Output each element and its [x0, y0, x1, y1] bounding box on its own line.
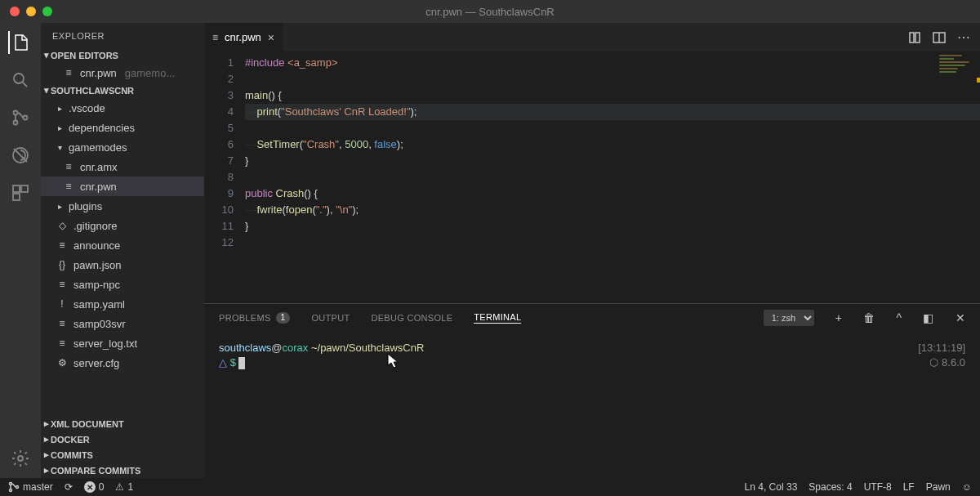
- debug-console-tab[interactable]: DEBUG CONSOLE: [371, 313, 452, 323]
- problems-count-badge: 1: [276, 312, 291, 324]
- settings-gear-icon[interactable]: [9, 447, 32, 470]
- file-icon: ≡: [56, 279, 69, 290]
- file-samp-yaml[interactable]: !samp.yaml: [41, 294, 204, 314]
- extensions-icon[interactable]: [9, 181, 32, 204]
- terminal-tab[interactable]: TERMINAL: [474, 312, 521, 324]
- svg-rect-10: [915, 33, 920, 42]
- fullscreen-window-button[interactable]: [42, 7, 52, 16]
- split-editor-icon[interactable]: [933, 31, 946, 44]
- code-line-6[interactable]: ····SetTimer("Crash", 5000, false);: [245, 136, 980, 153]
- item-label: samp.yaml: [74, 298, 125, 311]
- file-pawn-json[interactable]: {}pawn.json: [41, 255, 204, 275]
- open-editors-section[interactable]: ▾OPEN EDITORS: [41, 47, 204, 63]
- code-line-8[interactable]: [245, 169, 980, 185]
- folder-gamemodes[interactable]: ▾gamemodes: [41, 137, 204, 157]
- svg-point-2: [14, 121, 18, 125]
- more-actions-icon[interactable]: ⋯: [957, 29, 970, 45]
- code-line-3[interactable]: main() {: [245, 87, 980, 104]
- warnings-indicator[interactable]: ⚠1: [115, 481, 133, 493]
- kill-terminal-icon[interactable]: 🗑: [863, 311, 875, 324]
- file-server-cfg[interactable]: ⚙server.cfg: [41, 353, 204, 373]
- tab-cnr-pwn[interactable]: ≡ cnr.pwn ×: [204, 23, 283, 51]
- debug-icon[interactable]: [9, 144, 32, 167]
- code-line-12[interactable]: [245, 235, 980, 251]
- code-line-2[interactable]: [245, 71, 980, 87]
- close-tab-icon[interactable]: ×: [268, 31, 274, 44]
- folder--vscode[interactable]: ▸.vscode: [41, 98, 204, 118]
- node-version: 8.6.0: [942, 356, 965, 369]
- traffic-lights: [0, 7, 52, 16]
- file--gitignore[interactable]: ◇.gitignore: [41, 216, 204, 235]
- search-icon[interactable]: [9, 69, 32, 92]
- item-label: .gitignore: [74, 220, 117, 232]
- file-samp-npc[interactable]: ≡samp-npc: [41, 275, 204, 294]
- output-tab[interactable]: OUTPUT: [311, 313, 350, 323]
- feedback-icon[interactable]: ☺: [962, 481, 972, 493]
- close-panel-icon[interactable]: ✕: [956, 311, 965, 324]
- code-line-10[interactable]: ····fwrite(fopen("."), "\n");: [245, 202, 980, 218]
- new-terminal-icon[interactable]: +: [835, 311, 842, 324]
- chevron-icon: ▾: [56, 143, 64, 152]
- file-icon: ⚙: [56, 357, 69, 369]
- file-icon: !: [56, 298, 69, 310]
- errors-indicator[interactable]: ✕0: [84, 481, 105, 493]
- terminal-selector[interactable]: 1: zsh: [764, 310, 814, 326]
- bottom-panel: PROBLEMS1 OUTPUT DEBUG CONSOLE TERMINAL …: [204, 303, 980, 478]
- file-icon: ≡: [212, 32, 218, 43]
- source-control-icon[interactable]: [9, 106, 32, 129]
- folder-plugins[interactable]: ▸plugins: [41, 196, 204, 216]
- open-editor-item[interactable]: ≡ cnr.pwn gamemo...: [41, 63, 204, 83]
- item-label: cnr.pwn: [80, 181, 117, 193]
- terminal-view[interactable]: southclaws@corax ~/pawn/SouthclawsCnR [1…: [204, 332, 980, 478]
- code-line-11[interactable]: }: [245, 218, 980, 235]
- file-server-log-txt[interactable]: ≡server_log.txt: [41, 333, 204, 353]
- file-icon: ≡: [62, 161, 75, 172]
- code-line-9[interactable]: public Crash() {: [245, 185, 980, 202]
- code-line-7[interactable]: }: [245, 153, 980, 169]
- code-line-1[interactable]: #include <a_samp>: [245, 55, 980, 71]
- branch-indicator[interactable]: master: [8, 481, 53, 493]
- workspace-section[interactable]: ▾SOUTHCLAWSCNR: [41, 83, 204, 98]
- encoding[interactable]: UTF-8: [864, 481, 892, 493]
- file-announce[interactable]: ≡announce: [41, 235, 204, 255]
- split-terminal-icon[interactable]: ◧: [923, 311, 933, 324]
- compare-commits-section[interactable]: ▸COMPARE COMMITS: [41, 462, 204, 478]
- item-label: samp-npc: [74, 279, 120, 291]
- xml-document-section[interactable]: ▸XML DOCUMENT: [41, 416, 204, 431]
- file-cnr-amx[interactable]: ≡cnr.amx: [41, 157, 204, 177]
- indentation[interactable]: Spaces: 4: [808, 481, 852, 493]
- item-label: gamemodes: [69, 141, 127, 154]
- maximize-panel-icon[interactable]: ^: [897, 311, 902, 324]
- language-mode[interactable]: Pawn: [926, 481, 951, 493]
- docker-section[interactable]: ▸DOCKER: [41, 431, 204, 447]
- eol[interactable]: LF: [903, 481, 915, 493]
- problems-tab[interactable]: PROBLEMS1: [219, 312, 290, 324]
- chevron-icon: ▸: [56, 202, 64, 211]
- file-cnr-pwn[interactable]: ≡cnr.pwn: [41, 177, 204, 196]
- window-title: cnr.pwn — SouthclawsCnR: [425, 6, 555, 18]
- code-editor[interactable]: 123456789101112 #include <a_samp>main() …: [204, 51, 980, 303]
- svg-point-0: [14, 74, 24, 83]
- explorer-icon[interactable]: [8, 31, 31, 54]
- svg-point-15: [16, 486, 19, 489]
- editor-tabs: ≡ cnr.pwn × ⋯: [204, 23, 980, 51]
- node-icon: ⬡: [929, 356, 938, 369]
- delta-icon: △: [219, 356, 227, 369]
- minimap[interactable]: [938, 53, 978, 102]
- commits-section[interactable]: ▸COMMITS: [41, 447, 204, 462]
- close-window-button[interactable]: [10, 7, 20, 16]
- line-gutter: 123456789101112: [204, 51, 245, 303]
- cursor-position[interactable]: Ln 4, Col 33: [745, 481, 798, 493]
- terminal-path: ~/pawn/SouthclawsCnR: [311, 342, 424, 354]
- folder-dependencies[interactable]: ▸dependencies: [41, 118, 204, 137]
- item-label: .vscode: [69, 102, 105, 114]
- file-samp03svr[interactable]: ≡samp03svr: [41, 314, 204, 333]
- sync-indicator[interactable]: ⟳: [65, 481, 73, 493]
- item-label: server_log.txt: [74, 337, 137, 350]
- compare-changes-icon[interactable]: [908, 31, 921, 44]
- code-line-4[interactable]: ····print("Southclaws' CnR Loaded!");: [245, 104, 980, 120]
- sidebar-title: EXPLORER: [41, 23, 204, 47]
- minimize-window-button[interactable]: [26, 7, 36, 16]
- file-icon: ◇: [56, 220, 69, 231]
- code-line-5[interactable]: [245, 120, 980, 136]
